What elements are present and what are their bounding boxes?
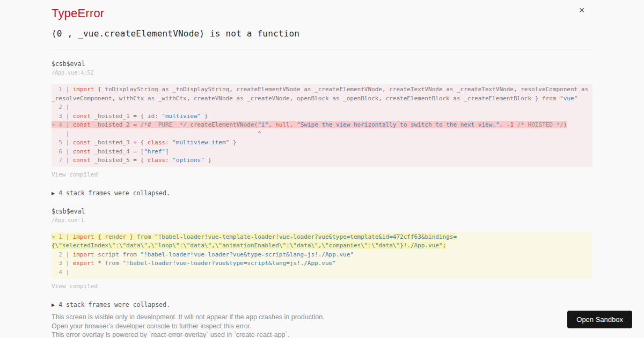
error-overlay: ✕ TypeError (0 , _vue.createElementVNode… xyxy=(52,0,592,338)
footer-note: This screen is visible only in developme… xyxy=(52,313,592,322)
open-sandbox-button[interactable]: Open Sandbox xyxy=(567,311,632,328)
code-line: 7 | const _hoisted_5 = { class: "options… xyxy=(52,156,592,165)
code-line: 2 | import script from "!babel-loader!vu… xyxy=(52,251,592,260)
view-compiled-link[interactable]: View compiled xyxy=(52,171,98,178)
collapsed-frames-toggle[interactable]: ▶4 stack frames were collapsed. xyxy=(52,189,592,197)
code-line: 4 | xyxy=(52,268,592,277)
footer-note: This error overlay is powered by `react-… xyxy=(52,330,592,338)
expand-triangle-icon: ▶ xyxy=(52,191,55,196)
code-frame-red: 1 | import { toDisplayString as _toDispl… xyxy=(52,84,592,167)
code-line: 5 | const _hoisted_3 = { class: "multivi… xyxy=(52,138,592,148)
code-line: 2 | xyxy=(52,103,592,112)
expand-triangle-icon: ▶ xyxy=(52,303,55,307)
frame-source-location: /App.vue:4:52 xyxy=(52,70,592,76)
code-line: 1 | import { toDisplayString as _toDispl… xyxy=(52,85,592,94)
view-compiled-link[interactable]: View compiled xyxy=(52,283,98,290)
code-frame-yellow: > 1 | import { render } from "!babel-loa… xyxy=(52,232,592,279)
stack-frame: $csb$eval /App.vue:4:52 1 | import { toD… xyxy=(52,60,592,179)
footer-notes: This screen is visible only in developme… xyxy=(52,313,592,338)
code-line: > 4 | const _hoisted_2 = /*#__PURE__*/_c… xyxy=(52,121,592,130)
code-line: 6 | const _hoisted_4 = ["href"] xyxy=(52,148,592,157)
code-line: | ^ xyxy=(52,130,592,139)
divider xyxy=(52,49,592,49)
collapsed-frames-label: 4 stack frames were collapsed. xyxy=(58,301,170,308)
close-icon[interactable]: ✕ xyxy=(576,4,587,16)
footer-note: Open your browser’s developer console to… xyxy=(52,322,592,331)
frame-function-name: $csb$eval xyxy=(52,60,592,68)
stack-frame: $csb$eval /App.vue:1 > 1 | import { rend… xyxy=(52,208,592,291)
frame-source-location: /App.vue:1 xyxy=(52,217,592,223)
code-line: > 1 | import { render } from "!babel-loa… xyxy=(52,233,592,242)
error-message: (0 , _vue.createElementVNode) is not a f… xyxy=(52,28,592,39)
collapsed-frames-toggle[interactable]: ▶4 stack frames were collapsed. xyxy=(52,301,592,308)
error-title: TypeError xyxy=(52,6,592,20)
frame-function-name: $csb$eval xyxy=(52,208,592,215)
code-line: 3 | const _hoisted_1 = { id: "multiview"… xyxy=(52,112,592,121)
code-line: _resolveComponent, withCtx as _withCtx, … xyxy=(52,94,592,104)
collapsed-frames-label: 4 stack frames were collapsed. xyxy=(58,189,170,197)
code-line: 3 | export * from "!babel-loader!vue-loa… xyxy=(52,259,592,268)
code-line: {\"selectedIndex\":\"data\",\"loop\":\"d… xyxy=(52,241,592,251)
